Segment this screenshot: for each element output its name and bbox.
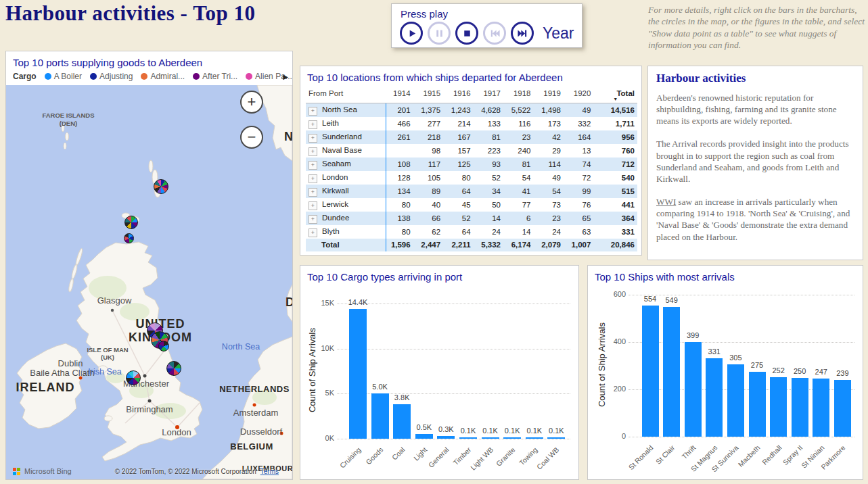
table-cell[interactable]: 218 (416, 130, 446, 144)
bar[interactable] (526, 437, 543, 439)
bar[interactable] (459, 437, 477, 439)
table-cell[interactable]: 54 (506, 171, 536, 185)
table-cell[interactable]: 14 (476, 212, 506, 225)
expand-row-icon[interactable]: + (309, 174, 317, 183)
table-cell[interactable]: 1,375 (416, 103, 446, 118)
table-row[interactable]: +Seaham108117125938111474712 (306, 158, 637, 171)
table-cell[interactable]: 5,522 (506, 103, 536, 118)
table-cell[interactable]: 23 (506, 130, 536, 144)
legend-item[interactable]: A Boiler (45, 72, 82, 81)
table-row[interactable]: +Leith4662772141331161733321,711 (306, 117, 637, 130)
bar[interactable] (663, 307, 680, 437)
column-header[interactable]: 1914 (386, 87, 415, 103)
table-cell[interactable]: 6 (506, 212, 536, 225)
column-header[interactable]: From Port (306, 87, 386, 103)
table-cell[interactable]: 13 (566, 144, 596, 158)
table-cell[interactable]: 98 (416, 144, 446, 158)
table-cell[interactable]: 167 (446, 130, 476, 144)
bar[interactable] (393, 404, 411, 439)
table-cell[interactable]: 128 (386, 171, 415, 185)
table-cell[interactable]: 6,174 (506, 239, 536, 251)
table-cell[interactable]: 54 (536, 185, 566, 198)
table-cell[interactable]: 277 (416, 117, 446, 130)
column-header[interactable]: 1919 (536, 87, 566, 103)
table-cell[interactable]: 42 (536, 130, 566, 144)
table-row[interactable]: +Blyth80626424142463331 (306, 225, 637, 239)
table-cell[interactable]: 81 (506, 158, 536, 171)
table-cell[interactable]: 81 (476, 130, 506, 144)
table-cell[interactable]: 540 (596, 171, 637, 185)
table-cell[interactable]: 712 (596, 158, 637, 171)
bar[interactable] (437, 436, 455, 439)
bar[interactable] (349, 309, 367, 439)
table-row[interactable]: +North Sea2011,3751,2434,6285,5221,49849… (306, 103, 637, 118)
table-cell[interactable]: 24 (476, 225, 506, 239)
table-cell[interactable]: 73 (536, 198, 566, 212)
table-cell[interactable]: 116 (506, 117, 536, 130)
table-cell[interactable]: 63 (566, 225, 596, 239)
map-pie-marker[interactable] (154, 179, 168, 194)
table-cell[interactable]: 80 (446, 171, 476, 185)
expand-row-icon[interactable]: + (309, 188, 317, 197)
map-zoom-in-button[interactable]: + (240, 91, 263, 114)
stop-button[interactable] (455, 22, 478, 45)
bar[interactable] (547, 437, 565, 439)
table-cell[interactable]: 34 (476, 185, 506, 198)
column-header[interactable]: 1920 (566, 87, 596, 103)
table-cell[interactable]: 364 (596, 212, 637, 225)
table-cell[interactable]: 99 (566, 185, 596, 198)
table-cell[interactable]: 1,007 (566, 239, 596, 251)
table-cell[interactable]: 41 (506, 185, 536, 198)
bar[interactable] (770, 377, 787, 437)
table-cell[interactable]: 72 (566, 171, 596, 185)
play-button[interactable] (400, 22, 423, 45)
table-cell[interactable]: 164 (566, 130, 596, 144)
table-cell[interactable]: 105 (416, 171, 446, 185)
table-cell[interactable]: 117 (416, 158, 446, 171)
table-cell[interactable]: 331 (596, 225, 637, 239)
table-cell[interactable]: 214 (446, 117, 476, 130)
table-cell[interactable]: 80 (386, 198, 415, 212)
table-cell[interactable]: 50 (476, 198, 506, 212)
table-cell[interactable]: 223 (476, 144, 506, 158)
table-row[interactable]: +Sunderland261218167812342164956 (306, 130, 637, 144)
bar[interactable] (482, 437, 499, 439)
table-cell[interactable]: 125 (446, 158, 476, 171)
table-cell[interactable]: 2,079 (536, 239, 566, 251)
table-cell[interactable]: 65 (566, 212, 596, 225)
table-row[interactable]: +London1281058052544972540 (306, 171, 637, 185)
map-canvas[interactable]: FAROE ISLANDS(DEN)NGlasgowUNITEDKINGDOMI… (6, 85, 292, 479)
table-cell[interactable]: 29 (536, 144, 566, 158)
bar[interactable] (503, 437, 521, 439)
column-header[interactable]: 1917 (476, 87, 506, 103)
table-cell[interactable]: 64 (446, 225, 476, 239)
table-cell[interactable]: 133 (476, 117, 506, 130)
table-cell[interactable]: 66 (416, 212, 446, 225)
map-zoom-out-button[interactable]: − (240, 126, 263, 149)
expand-row-icon[interactable]: + (309, 107, 317, 116)
table-cell[interactable]: 49 (566, 103, 596, 118)
table-cell[interactable]: 80 (386, 225, 415, 239)
table-cell[interactable]: 52 (446, 212, 476, 225)
column-header[interactable]: 1918 (506, 87, 536, 103)
map-pie-marker[interactable] (158, 341, 169, 352)
bar[interactable] (706, 358, 723, 437)
bar[interactable] (415, 434, 433, 439)
table-cell[interactable]: 2,447 (416, 239, 446, 251)
table-cell[interactable]: 760 (596, 144, 637, 158)
bar[interactable] (727, 364, 744, 437)
table-row[interactable]: +Naval Base981572232402913760 (306, 144, 637, 158)
table-cell[interactable]: 52 (476, 171, 506, 185)
previous-button[interactable] (483, 22, 506, 45)
expand-row-icon[interactable]: + (309, 134, 317, 143)
table-cell[interactable]: 5,332 (476, 239, 506, 251)
table-cell[interactable]: 114 (536, 158, 566, 171)
table-cell[interactable]: 20,846 (596, 239, 637, 251)
table-cell[interactable]: 76 (566, 198, 596, 212)
bar[interactable] (749, 372, 766, 437)
table-cell[interactable]: 49 (536, 171, 566, 185)
table-cell[interactable]: 40 (416, 198, 446, 212)
table-cell[interactable]: 62 (416, 225, 446, 239)
table-cell[interactable]: 45 (446, 198, 476, 212)
table-cell[interactable]: 1,243 (446, 103, 476, 118)
